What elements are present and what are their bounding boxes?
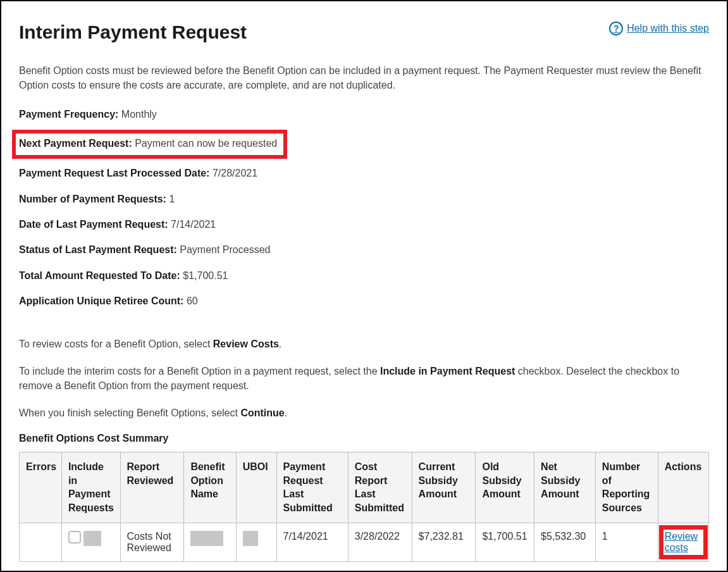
- intro-text: Benefit Option costs must be reviewed be…: [19, 63, 709, 92]
- redacted-uboi: [243, 531, 258, 546]
- help-link[interactable]: ? Help with this step: [609, 22, 709, 35]
- last-processed-value: 7/28/2021: [209, 168, 257, 178]
- th-net: Net Subsidy Amount: [534, 452, 596, 523]
- th-report: Report Reviewed: [120, 452, 184, 523]
- th-current: Current Subsidy Amount: [412, 452, 476, 523]
- th-old: Old Subsidy Amount: [476, 452, 534, 523]
- page-title: Interim Payment Request: [19, 22, 247, 43]
- th-pr-date: Payment Request Last Submitted: [276, 452, 348, 523]
- review-costs-link[interactable]: Review costs: [665, 531, 698, 553]
- cell-report: Costs Not Reviewed: [120, 523, 184, 561]
- cell-current: $7,232.81: [412, 523, 476, 561]
- payment-frequency-value: Monthly: [118, 109, 156, 120]
- last-status-value: Payment Processed: [177, 244, 271, 255]
- help-icon: ?: [609, 22, 623, 35]
- payment-frequency-label: Payment Frequency:: [19, 109, 118, 120]
- last-request-date-label: Date of Last Payment Request:: [19, 219, 168, 230]
- instruction-continue: When you finish selecting Benefit Option…: [19, 406, 709, 420]
- cell-old: $1,700.51: [476, 523, 534, 561]
- th-errors: Errors: [20, 452, 62, 523]
- last-status-label: Status of Last Payment Request:: [19, 244, 177, 255]
- next-payment-value: Payment can now be requested: [132, 138, 277, 149]
- include-checkbox[interactable]: [68, 531, 81, 544]
- help-link-text: Help with this step: [627, 23, 709, 34]
- table-row: Costs Not Reviewed 7/14/2021 3/28/2022 $…: [20, 523, 709, 561]
- retiree-count-value: 60: [183, 295, 197, 306]
- cell-uboi: [236, 523, 276, 561]
- th-name: Benefit Option Name: [184, 452, 236, 523]
- th-cr-date: Cost Report Last Submitted: [348, 452, 412, 523]
- cell-name: [184, 523, 236, 561]
- last-processed-label: Payment Request Last Processed Date:: [19, 168, 209, 178]
- th-include: Include in Payment Requests: [61, 452, 120, 523]
- th-sources: Number of Reporting Sources: [595, 452, 658, 523]
- benefit-options-table: Errors Include in Payment Requests Repor…: [19, 452, 709, 561]
- total-requested-value: $1,700.51: [180, 270, 228, 281]
- next-payment-highlight: Next Payment Request: Payment can now be…: [12, 130, 287, 159]
- retiree-count-label: Application Unique Retiree Count:: [19, 295, 183, 306]
- next-payment-label: Next Payment Request:: [19, 138, 132, 149]
- cell-pr-date: 7/14/2021: [276, 523, 348, 561]
- cell-cr-date: 3/28/2022: [348, 523, 412, 561]
- num-requests-value: 1: [166, 194, 175, 204]
- redacted-label: [83, 531, 101, 546]
- instruction-review: To review costs for a Benefit Option, se…: [19, 337, 709, 351]
- cell-errors: [20, 523, 62, 561]
- table-header-row: Errors Include in Payment Requests Repor…: [20, 452, 709, 523]
- table-title: Benefit Options Cost Summary: [19, 433, 709, 444]
- instruction-include: To include the interim costs for a Benef…: [19, 364, 709, 393]
- cell-sources: 1: [595, 523, 658, 561]
- total-requested-label: Total Amount Requested To Date:: [19, 270, 180, 281]
- cell-net: $5,532.30: [534, 523, 596, 561]
- th-uboi: UBOI: [236, 452, 276, 523]
- num-requests-label: Number of Payment Requests:: [19, 194, 166, 204]
- cell-actions: Review costs: [658, 523, 708, 561]
- last-request-date-value: 7/14/2021: [168, 219, 216, 230]
- cell-include: [61, 523, 120, 561]
- redacted-name: [190, 531, 223, 546]
- th-actions: Actions: [658, 452, 708, 523]
